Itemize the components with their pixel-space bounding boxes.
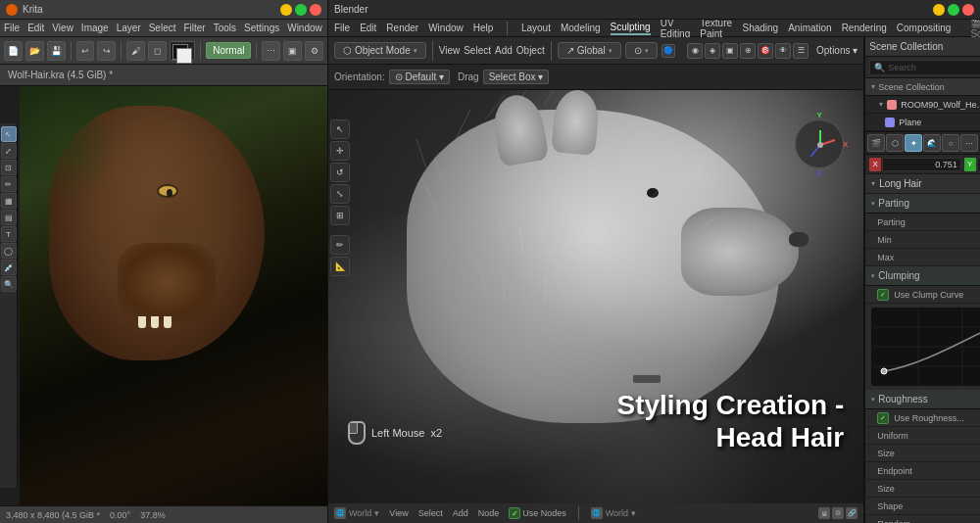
blender-close-btn[interactable]: [962, 4, 974, 16]
parting-section-title[interactable]: ▾ Parting: [865, 194, 980, 214]
tool-transform[interactable]: ⤢: [1, 143, 17, 159]
vp-icon-move[interactable]: ✛: [330, 141, 350, 161]
prop-tab-physics[interactable]: 🌊: [923, 134, 941, 152]
blender-maximize-btn[interactable]: [948, 4, 959, 16]
world2-dropdown[interactable]: ▾: [631, 508, 636, 518]
status-icon-3[interactable]: 🔗: [846, 507, 858, 519]
blender-ws-compositing[interactable]: Compositing: [897, 23, 952, 33]
krita-tb-redo[interactable]: ↪: [97, 41, 116, 61]
krita-tb-open[interactable]: 📂: [25, 41, 44, 61]
krita-tb-brush2[interactable]: ▣: [283, 41, 302, 61]
vp-icon-transform[interactable]: ⊞: [330, 206, 350, 225]
scene-item-1[interactable]: ▾ ROOM90_Wolf_He...: [865, 96, 980, 114]
blender-minimize-btn[interactable]: [933, 4, 945, 16]
blender-ws-layout[interactable]: Layout: [521, 23, 551, 33]
orientation-dropdown[interactable]: ⊙ Default ▾: [389, 70, 450, 84]
krita-minimize-btn[interactable]: [280, 4, 292, 16]
tool-shape[interactable]: ◯: [1, 243, 17, 259]
krita-tb-new[interactable]: 📄: [4, 41, 23, 61]
x-value[interactable]: 0.751: [882, 158, 961, 171]
krita-tb-undo[interactable]: ↩: [76, 41, 95, 61]
tool-eyedropper[interactable]: 💉: [1, 260, 17, 275]
tool-select[interactable]: ↖: [1, 126, 17, 142]
blender-ws-uv[interactable]: UV Editing: [661, 20, 691, 39]
krita-menu-tools[interactable]: Tools: [214, 23, 236, 33]
blender-ws-modeling[interactable]: Modeling: [561, 23, 601, 33]
navigation-gizmo[interactable]: X Y Z: [795, 119, 854, 178]
blender-menu-file[interactable]: File: [334, 23, 350, 33]
blender-ws-animation[interactable]: Animation: [788, 23, 831, 33]
krita-tb-more[interactable]: ⋯: [262, 41, 280, 61]
blender-menu-render[interactable]: Render: [386, 23, 418, 33]
vp-icon-measure[interactable]: 📐: [330, 257, 350, 276]
krita-menu-view[interactable]: View: [52, 23, 74, 33]
blender-viewport[interactable]: ↖ ✛ ↺ ⤡ ⊞ ✏ 📐 X Y Z: [328, 90, 863, 503]
krita-blend-mode[interactable]: Normal: [206, 42, 251, 59]
view-btn[interactable]: View: [439, 45, 461, 56]
blender-menu-help[interactable]: Help: [473, 23, 494, 33]
add-btn[interactable]: Add: [495, 45, 513, 56]
status-add2[interactable]: Add: [453, 508, 468, 518]
krita-menu-filter[interactable]: Filter: [183, 23, 205, 33]
object-mode-btn[interactable]: ⬡ Object Mode ▾: [334, 42, 426, 59]
krita-tb-save[interactable]: 💾: [47, 41, 66, 61]
vp-icon-cursor[interactable]: ↖: [330, 119, 350, 139]
krita-menu-image[interactable]: Image: [81, 23, 109, 33]
use-roughness-checkbox[interactable]: ✓: [877, 412, 889, 424]
vp-icon-scale[interactable]: ⤡: [330, 184, 350, 204]
tool-crop[interactable]: ⊡: [1, 160, 17, 175]
magnet-btn[interactable]: 🔵: [662, 44, 675, 58]
toolbar-icon-7[interactable]: ☰: [793, 43, 808, 59]
toolbar-icon-4[interactable]: ⊕: [740, 43, 756, 59]
krita-canvas-area[interactable]: ↖ ⤢ ⊡ ✏ ▦ ▤ T ◯ 💉 🔍: [0, 86, 327, 505]
clump-curve-display[interactable]: + -: [871, 308, 980, 386]
world-dropdown[interactable]: ▾: [374, 508, 379, 518]
krita-tb-eraser[interactable]: ◻: [148, 41, 167, 61]
object-btn[interactable]: Object: [516, 45, 545, 56]
blender-ws-sculpting[interactable]: Sculpting: [611, 22, 651, 35]
toolbar-icon-3[interactable]: ▣: [722, 43, 738, 59]
global-orient-btn[interactable]: ↗Global▾: [558, 42, 621, 59]
scene-search-input[interactable]: 🔍 Search: [869, 60, 980, 75]
tool-text[interactable]: T: [1, 226, 17, 242]
long-hair-section[interactable]: ▾ Long Hair: [865, 174, 980, 194]
blender-menu-window[interactable]: Window: [428, 23, 464, 33]
roughness-section-title[interactable]: ▾ Roughness: [865, 390, 980, 409]
vp-icon-rotate[interactable]: ↺: [330, 163, 350, 182]
status-node[interactable]: Node: [478, 508, 500, 518]
prop-tab-particles[interactable]: ✦: [905, 134, 922, 152]
prop-tab-more[interactable]: ⋯: [960, 134, 978, 152]
status-icon-2[interactable]: ⚙: [832, 507, 844, 519]
selectbox-dropdown[interactable]: Select Box ▾: [483, 70, 550, 84]
blender-ws-rendering[interactable]: Rendering: [842, 23, 887, 33]
pivot-btn[interactable]: ⊙▾: [625, 42, 658, 59]
krita-tb-settings[interactable]: ⚙: [305, 41, 323, 61]
clumping-section-title[interactable]: ▾ Clumping: [865, 266, 980, 286]
tool-brush[interactable]: ✏: [1, 176, 17, 192]
toolbar-icon-5[interactable]: 🎯: [758, 43, 773, 59]
use-nodes-toggle[interactable]: ✓ Use Nodes: [509, 507, 566, 519]
krita-close-btn[interactable]: [310, 4, 321, 16]
use-clump-checkbox[interactable]: ✓: [877, 289, 889, 301]
blender-ws-shading[interactable]: Shading: [742, 23, 778, 33]
status-select2[interactable]: Select: [418, 508, 443, 518]
toolbar-icon-2[interactable]: ◈: [705, 43, 720, 59]
select-btn[interactable]: Select: [464, 45, 491, 56]
toolbar-icon-6[interactable]: 👁: [775, 43, 791, 59]
vp-icon-annotate[interactable]: ✏: [330, 235, 350, 255]
status-icon-1[interactable]: 🖥: [818, 507, 830, 519]
krita-tb-brush[interactable]: 🖌: [126, 41, 145, 61]
krita-menu-window[interactable]: Window: [287, 23, 322, 33]
scene-item-2[interactable]: Plane: [865, 114, 980, 131]
use-nodes-checkbox[interactable]: ✓: [509, 507, 520, 519]
status-view[interactable]: View: [389, 508, 408, 518]
tool-zoom[interactable]: 🔍: [1, 276, 17, 292]
toolbar-icon-1[interactable]: ◉: [687, 43, 703, 59]
krita-menu-layer[interactable]: Layer: [117, 23, 141, 33]
prop-tab-scene[interactable]: 🎬: [867, 134, 885, 152]
prop-tab-material[interactable]: ○: [942, 134, 959, 152]
options-btn[interactable]: Options ▾: [816, 45, 858, 56]
tool-fill[interactable]: ▦: [1, 193, 17, 209]
krita-maximize-btn[interactable]: [295, 4, 307, 16]
krita-menu-file[interactable]: File: [4, 23, 20, 33]
